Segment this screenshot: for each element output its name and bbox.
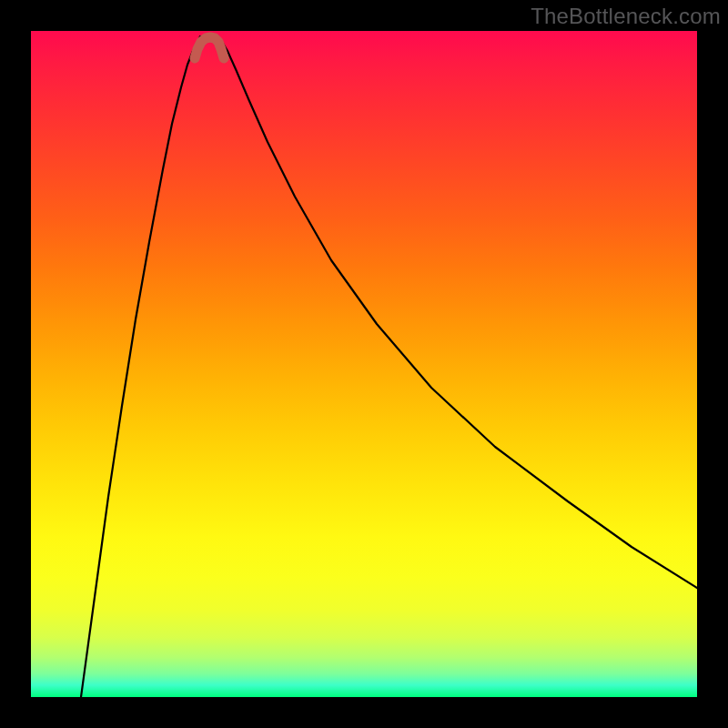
series-left-branch [81,36,200,697]
watermark-text: TheBottleneck.com [531,4,721,29]
curve-group [81,36,697,697]
series-right-branch [218,36,697,588]
curve-layer [31,31,697,697]
chart-frame [31,31,697,697]
series-trough-u [195,37,224,58]
